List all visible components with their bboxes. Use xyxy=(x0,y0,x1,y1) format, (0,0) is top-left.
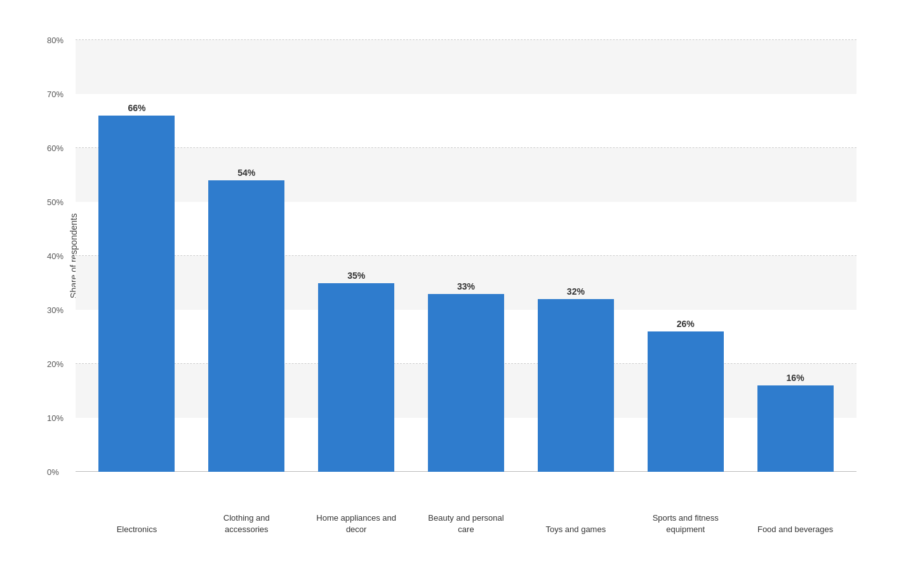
y-tick-label: 70% xyxy=(47,90,63,99)
bar xyxy=(428,294,504,472)
bar-value-label: 54% xyxy=(237,168,255,178)
bar-group: 33%Beauty and personal care xyxy=(411,40,521,472)
bar xyxy=(98,116,175,472)
bar-value-label: 35% xyxy=(347,271,365,281)
y-tick-label: 80% xyxy=(47,36,63,45)
y-tick-label: 50% xyxy=(47,197,63,207)
bar-value-label: 33% xyxy=(457,281,475,291)
bar-value-label: 16% xyxy=(787,373,804,383)
bar xyxy=(538,299,614,472)
bar xyxy=(208,180,284,472)
y-tick-label: 10% xyxy=(47,413,63,423)
bar-label: Clothing and accessories xyxy=(202,512,291,535)
chart-area: Share of respondents 80%70%60%50%40%30%2… xyxy=(76,40,856,472)
y-tick-label: 0% xyxy=(47,467,59,477)
bar-group: 32%Toys and games xyxy=(521,40,630,472)
bars-row: 66%Electronics54%Clothing and accessorie… xyxy=(76,40,856,472)
bar-group: 16%Food and beverages xyxy=(740,40,850,472)
bar-label: Beauty and personal care xyxy=(422,512,510,535)
bar-label: Sports and fitness equipment xyxy=(641,512,730,535)
y-tick-label: 20% xyxy=(47,359,63,369)
bar-group: 35%Home appliances and decor xyxy=(302,40,411,472)
bar xyxy=(757,385,834,472)
bar-label: Home appliances and decor xyxy=(312,512,401,535)
bar-group: 66%Electronics xyxy=(82,40,192,472)
y-tick-label: 60% xyxy=(47,144,63,153)
bar xyxy=(648,331,724,472)
bar-value-label: 32% xyxy=(567,286,585,297)
y-tick-label: 40% xyxy=(47,251,63,261)
chart-container: Share of respondents 80%70%60%50%40%30%2… xyxy=(18,15,895,573)
bar-label: Electronics xyxy=(92,524,181,535)
bar-value-label: 26% xyxy=(677,319,695,329)
y-tick-label: 30% xyxy=(47,305,63,315)
bar-group: 54%Clothing and accessories xyxy=(192,40,302,472)
bar-value-label: 66% xyxy=(128,103,145,113)
bar-label: Toys and games xyxy=(531,524,620,535)
bar-group: 26%Sports and fitness equipment xyxy=(630,40,740,472)
bar-label: Food and beverages xyxy=(751,524,840,535)
bar xyxy=(318,283,394,472)
